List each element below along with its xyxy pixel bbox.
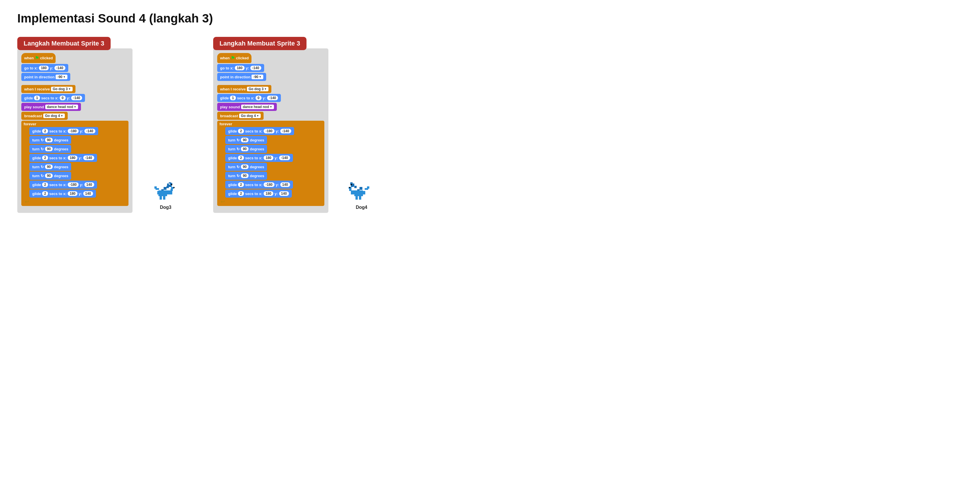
svg-rect-9: [159, 196, 162, 200]
play-sound-block-2: play sound dance head nod ▼: [217, 103, 277, 111]
point-direction-block-2: point in direction -90 ▼: [217, 73, 266, 81]
flag-icon: ⚑: [35, 55, 39, 61]
glide2b-x: 180: [68, 156, 78, 160]
svg-rect-28: [359, 196, 361, 200]
x-value-2: 180: [235, 66, 245, 70]
glide1-block-2: glide 1 secs to x: 0 y: -140: [217, 94, 281, 102]
broadcast-dropdown[interactable]: Go dog 4 ▼: [43, 113, 65, 118]
block-group-when-clicked: when ⚑ clicked go to x: 180 y: -140: [21, 53, 129, 81]
receive-dropdown-2[interactable]: Go dog 3 ▼: [247, 87, 269, 91]
clicked-label: clicked: [40, 56, 53, 60]
turn1-block-2: turn ↻ 90 degrees: [225, 136, 267, 144]
forever-label-2: forever: [220, 122, 322, 126]
when-clicked-block: when ⚑ clicked: [21, 53, 56, 63]
block-group-receive: when I receive Go dog 3 ▼ glide 1 secs t…: [21, 85, 129, 206]
glide2c-x: -180: [68, 182, 79, 187]
svg-rect-3: [167, 183, 169, 186]
glide2d-secs: 2: [42, 191, 48, 196]
broadcast-dropdown-2[interactable]: Go dog 4 ▼: [239, 113, 261, 118]
svg-rect-1: [164, 187, 167, 190]
y-value: -140: [54, 66, 65, 70]
turn2-block-2: turn ↻ 90 degrees: [225, 145, 267, 153]
glide2a-block-2: glide 2 secs to x: -180 y: -140: [225, 127, 294, 135]
glide2b-block: glide 2 secs to x: 180 y: -140: [29, 154, 97, 162]
glide1-y-2: -140: [267, 95, 278, 100]
svg-rect-31: [351, 184, 352, 185]
block-group-receive-2: when I receive Go dog 3 ▼ glide 1 secs t…: [217, 85, 325, 206]
when-label: when: [24, 56, 34, 60]
when-receive-block-2: when I receive Go dog 3 ▼: [217, 85, 271, 93]
glide2b-block-2: glide 2 secs to x: 180 y: -140: [225, 154, 293, 162]
direction-dropdown-2[interactable]: -90 ▼: [251, 75, 263, 79]
scratch-area-1: when ⚑ clicked go to x: 180 y: -140: [17, 48, 132, 213]
play-sound-block: play sound dance head nod ▼: [21, 103, 81, 111]
panel2-label: Langkah Membuat Sprite 3: [213, 37, 307, 50]
turn2-deg: 90: [45, 146, 53, 151]
forever-block-2: forever glide 2 secs to x: -180 y: -140: [217, 121, 325, 206]
panels-container: Langkah Membuat Sprite 3 when ⚑ clicked …: [17, 37, 473, 213]
glide1-y: -140: [71, 95, 82, 100]
glide2d-block: glide 2 secs to x: 180 y: 140: [29, 189, 96, 197]
turn3-block: turn ↻ 90 degrees: [29, 163, 71, 171]
svg-rect-19: [360, 187, 363, 190]
broadcast-block-2: broadcast Go dog 4 ▼: [217, 112, 264, 120]
glide2a-x: -180: [68, 129, 79, 134]
broadcast-block: broadcast Go dog 4 ▼: [21, 112, 68, 120]
svg-rect-26: [351, 191, 356, 194]
svg-rect-33: [349, 187, 350, 188]
glide2c-y: 140: [84, 182, 94, 187]
turn1-deg: 90: [45, 138, 53, 142]
go-to-block-2: go to x: 180 y: -140: [217, 64, 264, 72]
turn4-block: turn ↻ 90 degrees: [29, 172, 71, 180]
y-value-2: -140: [250, 66, 261, 70]
when-receive-block: when I receive Go dog 3 ▼: [21, 85, 75, 93]
page-title: Implementasi Sound 4 (langkah 3): [17, 11, 473, 25]
receive-dropdown[interactable]: Go dog 3 ▼: [51, 87, 73, 91]
glide2a-secs: 2: [42, 129, 48, 134]
forever-inner: glide 2 secs to x: -180 y: -140 turn ↻: [24, 127, 126, 197]
sound-dropdown-2[interactable]: dance head nod ▼: [241, 105, 274, 109]
turn3-deg: 90: [45, 164, 53, 169]
turn4-deg: 90: [45, 173, 53, 178]
turn4-block-2: turn ↻ 90 degrees: [225, 172, 267, 180]
direction-dropdown[interactable]: -90 ▼: [56, 75, 67, 79]
svg-rect-20: [354, 186, 356, 188]
glide2b-y: -140: [83, 156, 94, 160]
block-group-when-clicked-2: when ⚑ clicked go to x: 180 y: -140: [217, 53, 325, 81]
svg-rect-15: [173, 187, 175, 188]
dog3-image: [153, 181, 178, 204]
svg-rect-25: [363, 191, 365, 194]
dog3-sprite-area: Dog3: [153, 181, 178, 210]
glide2c-secs: 2: [42, 182, 48, 187]
sound-dropdown[interactable]: dance head nod ▼: [45, 105, 78, 109]
glide2d-y: 140: [83, 191, 93, 196]
dog4-image: [348, 181, 374, 204]
svg-rect-10: [163, 196, 165, 200]
svg-rect-8: [167, 191, 172, 194]
turn2-block: turn ↻ 90 degrees: [29, 145, 71, 153]
glide1-block: glide 1 secs to x: 0 y: -140: [21, 94, 85, 102]
glide2d-block-2: glide 2 secs to x: 180 y: 140: [225, 189, 292, 197]
flag-icon-2: ⚑: [231, 55, 235, 61]
glide2d-x: 180: [68, 191, 78, 196]
glide2a-block: glide 2 secs to x: -180 y: -140: [29, 127, 98, 135]
svg-rect-17: [154, 186, 157, 189]
go-to-block: go to x: 180 y: -140: [21, 64, 68, 72]
dog4-label: Dog4: [356, 205, 367, 210]
x-value: 180: [39, 66, 49, 70]
turn1-block: turn ↻ 90 degrees: [29, 136, 71, 144]
glide2c-block-2: glide 2 secs to x: -180 y: 140: [225, 181, 293, 189]
forever-label: forever: [24, 122, 126, 126]
svg-rect-14: [169, 182, 171, 183]
turn3-block-2: turn ↻ 90 degrees: [225, 163, 267, 171]
svg-rect-32: [350, 182, 353, 183]
svg-rect-35: [367, 186, 369, 189]
scratch-area-2: when ⚑ clicked go to x: 180 y: -140: [213, 48, 328, 213]
forever-block: forever glide 2 secs to x: -180 y: -140: [21, 121, 129, 206]
panel-1: Langkah Membuat Sprite 3 when ⚑ clicked …: [17, 37, 132, 213]
when-clicked-block-2: when ⚑ clicked: [217, 53, 251, 63]
glide2a-y: -140: [84, 129, 95, 134]
svg-rect-27: [355, 196, 358, 200]
dog4-sprite-area: Dog4: [348, 181, 374, 210]
svg-rect-30: [349, 189, 352, 191]
